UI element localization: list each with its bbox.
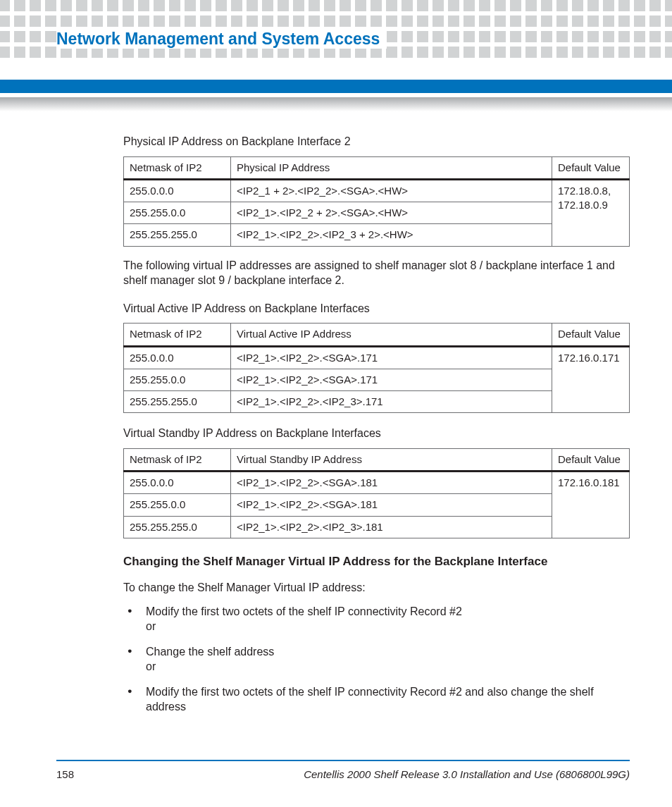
table3-header-default: Default Value <box>552 448 630 471</box>
table1-header-netmask: Netmask of IP2 <box>124 156 231 179</box>
header-gradient-bar <box>0 97 672 111</box>
table2-caption: Virtual Active IP Address on Backplane I… <box>123 301 630 316</box>
table2-header-addr: Virtual Active IP Address <box>231 324 552 346</box>
cell-netmask: 255.255.0.0 <box>124 369 231 390</box>
table3-caption: Virtual Standby IP Address on Backplane … <box>123 426 630 441</box>
cell-netmask: 255.255.255.0 <box>124 224 231 246</box>
list-item: Modify the first two octets of the shelf… <box>123 684 630 715</box>
list-item-text: Modify the first two octets of the shelf… <box>146 605 462 633</box>
page-content: Physical IP Address on Backplane Interfa… <box>123 134 630 725</box>
table1-header-default: Default Value <box>552 156 630 179</box>
cell-addr: <IP2_1>.<IP2_2>.<IP2_3>.181 <box>231 516 552 538</box>
table2-header-default: Default Value <box>552 324 630 346</box>
cell-netmask: 255.255.255.0 <box>124 391 231 413</box>
header-blue-bar <box>0 80 672 93</box>
cell-default: 172.16.0.181 <box>552 472 630 538</box>
cell-default: 172.18.0.8, 172.18.0.9 <box>552 179 630 246</box>
table1-caption: Physical IP Address on Backplane Interfa… <box>123 134 630 149</box>
table3-header-netmask: Netmask of IP2 <box>124 448 231 471</box>
cell-addr: <IP2_1>.<IP2_2 + 2>.<SGA>.<HW> <box>231 202 552 224</box>
cell-addr: <IP2_1>.<IP2_2>.<SGA>.181 <box>231 494 552 516</box>
cell-addr: <IP2_1 + 2>.<IP2_2>.<SGA>.<HW> <box>231 179 552 202</box>
cell-netmask: 255.0.0.0 <box>124 472 231 494</box>
table-virtual-standby: Netmask of IP2 Virtual Standby IP Addres… <box>123 448 630 538</box>
table-row: 255.0.0.0 <IP2_1>.<IP2_2>.<SGA>.181 172.… <box>124 472 630 494</box>
document-title: Centellis 2000 Shelf Release 3.0 Install… <box>304 768 630 780</box>
cell-netmask: 255.255.0.0 <box>124 202 231 224</box>
cell-netmask: 255.0.0.0 <box>124 179 231 202</box>
cell-netmask: 255.0.0.0 <box>124 346 231 369</box>
table-physical-ip: Netmask of IP2 Physical IP Address Defau… <box>123 156 630 247</box>
table-row: 255.0.0.0 <IP2_1 + 2>.<IP2_2>.<SGA>.<HW>… <box>124 179 630 202</box>
cell-netmask: 255.255.255.0 <box>124 516 231 538</box>
list-item-text: Modify the first two octets of the shelf… <box>146 686 594 713</box>
cell-default: 172.16.0.171 <box>552 346 630 413</box>
page-header-title: Network Management and System Access <box>56 30 387 49</box>
table-virtual-active: Netmask of IP2 Virtual Active IP Address… <box>123 323 630 413</box>
cell-addr: <IP2_1>.<IP2_2>.<SGA>.181 <box>231 472 552 494</box>
table3-header-addr: Virtual Standby IP Address <box>231 448 552 471</box>
list-item: Change the shelf address or <box>123 644 630 674</box>
list-item-text: Change the shelf address or <box>146 646 274 673</box>
list-item: Modify the first two octets of the shelf… <box>123 604 630 634</box>
table-row: 255.0.0.0 <IP2_1>.<IP2_2>.<SGA>.171 172.… <box>124 346 630 369</box>
table1-header-addr: Physical IP Address <box>231 156 552 179</box>
paragraph: The following virtual IP addresses are a… <box>123 258 630 288</box>
cell-addr: <IP2_1>.<IP2_2>.<SGA>.171 <box>231 346 552 369</box>
subsection-intro: To change the Shelf Manager Virtual IP a… <box>123 580 630 596</box>
subsection-heading: Changing the Shelf Manager Virtual IP Ad… <box>123 554 630 570</box>
cell-netmask: 255.255.0.0 <box>124 494 231 516</box>
bullet-list: Modify the first two octets of the shelf… <box>123 604 630 715</box>
table2-header-netmask: Netmask of IP2 <box>124 324 231 346</box>
cell-addr: <IP2_1>.<IP2_2>.<SGA>.171 <box>231 369 552 390</box>
cell-addr: <IP2_1>.<IP2_2>.<IP2_3>.171 <box>231 391 552 413</box>
cell-addr: <IP2_1>.<IP2_2>.<IP2_3 + 2>.<HW> <box>231 224 552 246</box>
page-footer: 158 Centellis 2000 Shelf Release 3.0 Ins… <box>56 760 630 780</box>
page-number: 158 <box>56 768 74 780</box>
